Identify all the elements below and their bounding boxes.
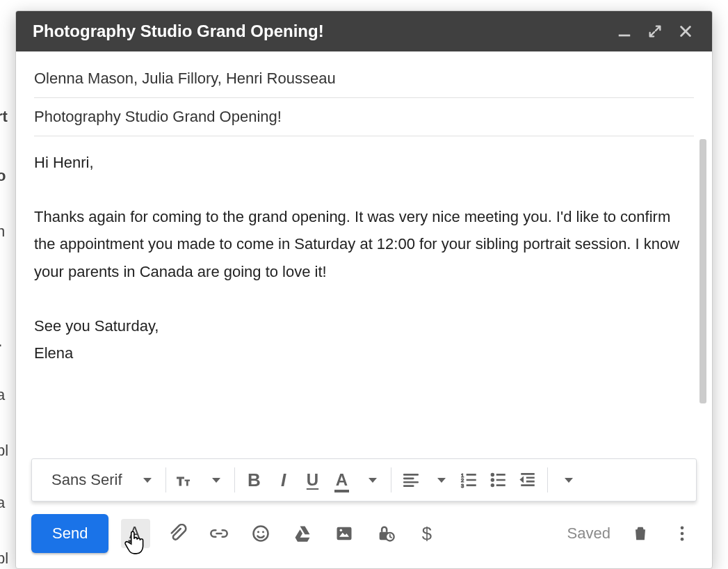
svg-text:$: $	[422, 524, 432, 543]
text-color-icon: A	[336, 470, 348, 490]
align-button[interactable]	[401, 469, 421, 491]
svg-point-19	[681, 527, 684, 530]
indent-less-button[interactable]	[518, 469, 537, 491]
insert-drive-button[interactable]	[288, 519, 317, 548]
font-family-label: Sans Serif	[51, 471, 127, 489]
italic-icon: I	[281, 470, 286, 491]
discard-draft-button[interactable]	[626, 519, 655, 548]
insert-photo-button[interactable]	[330, 519, 359, 548]
bullet-list-icon	[490, 471, 508, 489]
more-formatting-dropdown[interactable]	[558, 469, 577, 491]
bg-fragment: bl	[0, 442, 8, 460]
message-body[interactable]: Hi Henri, Thanks again for coming to the…	[34, 149, 694, 371]
chevron-down-icon	[369, 478, 377, 483]
trash-icon	[631, 524, 650, 543]
svg-point-11	[254, 527, 268, 541]
emoji-icon	[251, 524, 270, 543]
bold-icon: B	[248, 470, 261, 491]
dollar-icon: $	[418, 524, 437, 543]
minimize-button[interactable]	[612, 19, 637, 44]
close-button[interactable]	[673, 19, 698, 44]
svg-rect-10	[129, 540, 143, 543]
minimize-icon	[617, 24, 632, 39]
svg-rect-14	[337, 527, 352, 540]
compose-fields: Olenna Mason, Julia Fillory, Henri Rouss…	[16, 51, 712, 136]
bg-fragment: a	[0, 386, 5, 404]
insert-emoji-button[interactable]	[246, 519, 275, 548]
font-size-dropdown[interactable]	[205, 469, 225, 491]
italic-button[interactable]: I	[274, 469, 293, 491]
numbered-list-button[interactable]: 1 2 3	[460, 469, 479, 491]
confidential-mode-button[interactable]	[371, 519, 401, 548]
recipients-field[interactable]: Olenna Mason, Julia Fillory, Henri Rouss…	[34, 60, 694, 98]
attach-button[interactable]	[163, 519, 192, 548]
paperclip-icon	[168, 524, 187, 543]
svg-point-20	[681, 532, 684, 536]
svg-text:3: 3	[461, 483, 464, 489]
font-family-dropdown[interactable]	[136, 469, 156, 491]
chevron-down-icon	[143, 478, 152, 483]
scrollbar[interactable]	[699, 139, 706, 403]
photo-icon	[334, 524, 354, 543]
chevron-down-icon	[565, 478, 573, 483]
bg-fragment: bl	[0, 550, 8, 568]
text-format-icon: A	[126, 524, 145, 543]
send-button[interactable]: Send	[31, 514, 108, 553]
insert-link-button[interactable]	[204, 519, 234, 548]
svg-point-15	[340, 529, 343, 532]
bg-fragment: -	[0, 335, 1, 353]
compose-title: Photography Studio Grand Opening!	[33, 22, 606, 41]
body-area: Hi Henri, Thanks again for coming to the…	[16, 136, 712, 458]
font-size-button[interactable]: T T	[176, 469, 195, 491]
align-icon	[402, 471, 420, 489]
format-toolbar: Sans Serif T T B I U A	[31, 458, 697, 502]
bg-fragment: rt	[0, 108, 8, 126]
text-color-button[interactable]: A	[332, 469, 352, 491]
fullscreen-icon	[647, 24, 663, 39]
numbered-list-icon: 1 2 3	[460, 471, 478, 489]
formatting-toggle-button[interactable]: A	[121, 519, 150, 548]
chevron-down-icon	[437, 478, 446, 483]
text-color-dropdown[interactable]	[362, 469, 381, 491]
svg-point-13	[262, 531, 264, 533]
drive-icon	[293, 524, 312, 543]
subject-field[interactable]: Photography Studio Grand Opening!	[34, 98, 694, 136]
bg-fragment: a	[0, 494, 5, 512]
compose-header: Photography Studio Grand Opening!	[16, 11, 712, 51]
underline-icon: U	[307, 470, 318, 490]
svg-point-21	[681, 538, 684, 541]
svg-point-7	[491, 479, 494, 481]
insert-money-button[interactable]: $	[413, 519, 442, 548]
bg-fragment: n	[0, 223, 5, 241]
font-size-icon: T T	[177, 471, 195, 489]
link-icon	[209, 524, 229, 543]
bg-fragment: o	[0, 167, 6, 185]
saved-status: Saved	[567, 524, 610, 543]
svg-text:T: T	[177, 474, 184, 488]
more-vertical-icon	[672, 524, 692, 543]
lock-clock-icon	[376, 524, 396, 543]
indent-less-icon	[519, 471, 537, 489]
chevron-down-icon	[212, 478, 220, 483]
action-bar: Send A	[16, 510, 712, 568]
close-icon	[678, 24, 693, 39]
fullscreen-button[interactable]	[642, 19, 668, 44]
svg-text:A: A	[129, 524, 140, 542]
more-options-button[interactable]	[668, 519, 697, 548]
underline-button[interactable]: U	[303, 469, 323, 491]
bullet-list-button[interactable]	[489, 469, 508, 491]
align-dropdown[interactable]	[430, 469, 450, 491]
svg-point-8	[491, 483, 494, 486]
svg-text:T: T	[184, 479, 189, 487]
compose-window: Photography Studio Grand Opening! Olenna…	[15, 10, 713, 569]
svg-point-12	[257, 531, 259, 533]
svg-point-6	[491, 473, 494, 476]
svg-rect-0	[619, 35, 631, 37]
bold-button[interactable]: B	[245, 469, 264, 491]
